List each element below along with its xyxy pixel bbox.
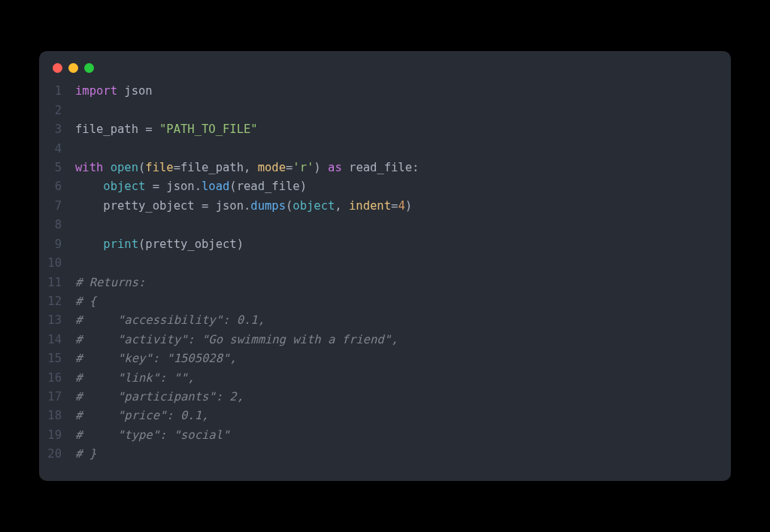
code-line[interactable]: 3file_path = "PATH_TO_FILE" (39, 120, 731, 139)
token-param: file (145, 161, 173, 174)
window-titlebar (39, 51, 731, 79)
line-number: 14 (39, 331, 75, 349)
token-number: 4 (398, 199, 405, 213)
line-number: 11 (39, 274, 75, 292)
token-comment: # Returns: (75, 276, 145, 289)
line-number: 7 (39, 197, 75, 216)
line-content[interactable]: # "key": "1505028", (75, 349, 237, 368)
code-line[interactable]: 13# "accessibility": 0.1, (39, 311, 731, 330)
token-builtin: open (111, 161, 138, 174)
line-number: 17 (39, 388, 75, 407)
line-content[interactable]: file_path = "PATH_TO_FILE" (75, 120, 258, 139)
line-number: 2 (39, 101, 75, 120)
token-plain (321, 161, 328, 174)
line-content[interactable]: # { (75, 292, 96, 311)
line-content[interactable]: # Returns: (75, 274, 145, 292)
token-paren: ) (314, 161, 320, 174)
line-number: 20 (39, 445, 75, 464)
token-plain: file_path (75, 122, 145, 136)
line-content[interactable] (75, 216, 82, 234)
code-line[interactable]: 6 object = json.load(read_file) (39, 177, 731, 196)
line-number: 13 (39, 311, 75, 330)
token-op: = (202, 199, 208, 213)
token-plain: json (124, 84, 152, 98)
token-comment: # "activity": "Go swimming with a friend… (75, 333, 398, 346)
code-line[interactable]: 19# "type": "social" (39, 426, 731, 445)
token-plain (75, 180, 103, 193)
line-content[interactable]: with open(file=file_path, mode='r') as r… (75, 159, 419, 177)
code-line[interactable]: 8 (39, 216, 731, 234)
line-number: 15 (39, 349, 75, 368)
line-content[interactable]: pretty_object = json.dumps(object, inden… (75, 197, 412, 216)
token-op: = (391, 199, 398, 213)
line-content[interactable] (75, 101, 82, 120)
zoom-icon[interactable] (84, 63, 94, 73)
line-content[interactable]: # "accessibility": 0.1, (75, 311, 265, 330)
code-line[interactable]: 7 pretty_object = json.dumps(object, ind… (39, 197, 731, 216)
token-builtin: print (103, 237, 138, 251)
token-plain: file_path (180, 161, 244, 174)
token-plain: , (244, 161, 258, 174)
line-content[interactable]: # "link": "", (75, 369, 195, 388)
minimize-icon[interactable] (68, 63, 78, 73)
line-content[interactable]: import json (75, 82, 153, 101)
code-line[interactable]: 17# "participants": 2, (39, 388, 731, 407)
token-string: 'r' (293, 161, 314, 174)
token-comment: # "accessibility": 0.1, (75, 313, 265, 327)
line-number: 9 (39, 235, 75, 254)
token-comment: # "price": 0.1, (75, 409, 208, 422)
line-number: 12 (39, 292, 75, 311)
code-line[interactable]: 10 (39, 254, 731, 273)
code-line[interactable]: 2 (39, 101, 731, 120)
code-line[interactable]: 18# "price": 0.1, (39, 407, 731, 425)
code-line[interactable]: 5with open(file=file_path, mode='r') as … (39, 159, 731, 177)
token-param: indent (349, 199, 391, 213)
token-plain: json (159, 180, 195, 193)
token-paren: ( (229, 180, 236, 193)
token-func: dumps (250, 199, 286, 213)
line-content[interactable] (75, 254, 82, 273)
code-line[interactable]: 16# "link": "", (39, 369, 731, 388)
line-content[interactable]: # "price": 0.1, (75, 407, 208, 425)
line-content[interactable]: # "type": "social" (75, 426, 229, 445)
token-dot: . (195, 180, 202, 193)
line-content[interactable]: # "participants": 2, (75, 388, 244, 407)
code-line[interactable]: 1import json (39, 82, 731, 101)
token-plain: read_file (237, 180, 300, 193)
line-content[interactable]: object = json.load(read_file) (75, 177, 307, 196)
token-plain (117, 84, 124, 98)
line-content[interactable]: # "activity": "Go swimming with a friend… (75, 331, 398, 349)
code-line[interactable]: 9 print(pretty_object) (39, 235, 731, 254)
token-paren: ) (300, 180, 307, 193)
code-line[interactable]: 14# "activity": "Go swimming with a frie… (39, 331, 731, 349)
line-number: 5 (39, 159, 75, 177)
token-plain: pretty_object (145, 237, 236, 251)
token-plain (153, 122, 159, 136)
code-line[interactable]: 11# Returns: (39, 274, 731, 292)
line-content[interactable]: # } (75, 445, 96, 464)
code-line[interactable]: 20# } (39, 445, 731, 464)
line-content[interactable]: print(pretty_object) (75, 235, 244, 254)
code-line[interactable]: 4 (39, 140, 731, 159)
token-paren: ) (405, 199, 412, 213)
code-editor[interactable]: 1import json2 3file_path = "PATH_TO_FILE… (39, 79, 731, 480)
token-comment: # "key": "1505028", (75, 352, 237, 365)
token-op: = (153, 180, 159, 193)
editor-window: 1import json2 3file_path = "PATH_TO_FILE… (39, 51, 731, 480)
token-comment: # { (75, 295, 96, 308)
line-content[interactable] (75, 140, 82, 159)
token-builtin: object (103, 180, 145, 193)
token-plain: , (335, 199, 349, 213)
token-plain: json (208, 199, 244, 213)
line-number: 4 (39, 140, 75, 159)
line-number: 8 (39, 216, 75, 234)
token-paren: ( (286, 199, 293, 213)
close-icon[interactable] (53, 63, 62, 73)
line-number: 18 (39, 407, 75, 425)
token-plain (103, 161, 110, 174)
code-line[interactable]: 15# "key": "1505028", (39, 349, 731, 368)
token-comment: # "link": "", (75, 371, 195, 385)
token-op: = (174, 161, 180, 174)
token-plain (145, 180, 152, 193)
code-line[interactable]: 12# { (39, 292, 731, 311)
